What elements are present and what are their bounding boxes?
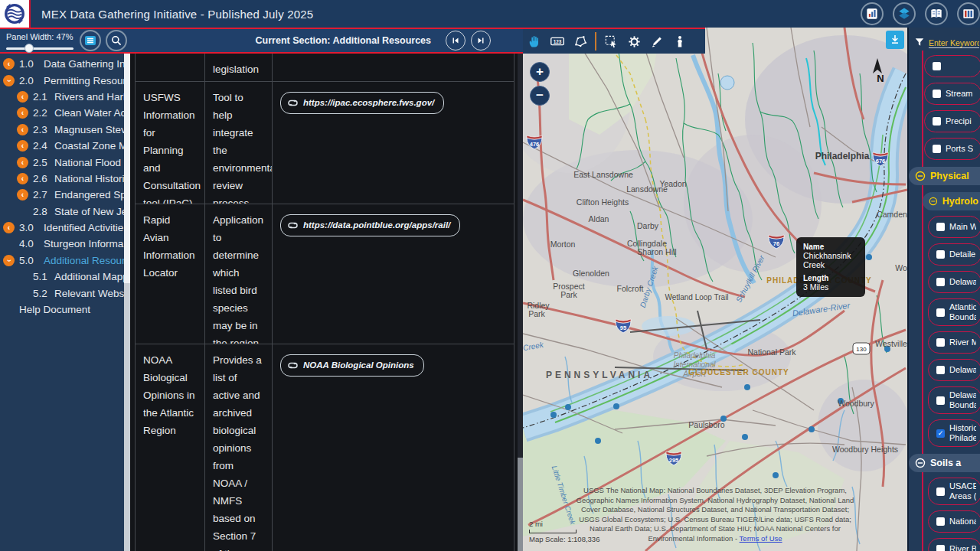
- toc-item-5.0[interactable]: ‹5.0Additional Resour: [0, 253, 124, 269]
- street-view-person-icon[interactable]: [668, 31, 691, 52]
- select-icon[interactable]: [599, 31, 622, 52]
- checkbox[interactable]: [936, 250, 945, 259]
- area-polygon-icon[interactable]: [569, 31, 592, 52]
- chevron-left-icon[interactable]: ‹: [17, 140, 28, 152]
- sidebar-scrollbar[interactable]: [124, 54, 130, 551]
- filter-section-soils-a[interactable]: Soils a: [909, 454, 980, 472]
- filter-item-usace[interactable]: USACEAreas (: [928, 478, 980, 505]
- draw-pencil-icon[interactable]: [645, 31, 668, 52]
- checkbox[interactable]: [933, 117, 941, 126]
- description-text: Provides a list of active and archived b…: [213, 354, 262, 551]
- map-canvas[interactable]: 4766767695295130 PhiladelphiaEast Lansdo…: [523, 28, 907, 551]
- chevron-down-icon[interactable]: ‹: [3, 255, 15, 266]
- resource-link[interactable]: https://ipac.ecosphere.fws.gov/: [280, 92, 444, 114]
- resource-name-cell: Rapid Avian Information Locator: [136, 204, 204, 344]
- checkbox[interactable]: [933, 62, 941, 70]
- toc-item-2.8[interactable]: 2.8State of New Jers: [0, 204, 124, 220]
- prev-section-button[interactable]: [446, 31, 466, 51]
- checkbox[interactable]: [936, 308, 945, 317]
- checkbox-checked[interactable]: ✓: [936, 429, 945, 438]
- checkbox[interactable]: [936, 338, 945, 347]
- filter-item-delawa[interactable]: Delawa: [928, 359, 980, 381]
- svg-text:476: 476: [530, 141, 540, 148]
- prev-icon: [450, 35, 461, 46]
- chevron-left-icon[interactable]: ‹: [17, 91, 28, 103]
- checkbox[interactable]: [936, 366, 945, 374]
- toc-item-4.0[interactable]: 4.0Sturgeon Informa: [0, 236, 124, 252]
- filter-item-delawa[interactable]: Delawa: [928, 271, 980, 293]
- table-row: USFWS Information for Planning and Consu…: [136, 82, 514, 204]
- toc-item-1.0[interactable]: ‹1.0Data Gathering Ini: [0, 56, 124, 72]
- toc-item-5.1[interactable]: 5.1Additional Mappin: [0, 269, 124, 285]
- map-download-button[interactable]: [886, 31, 904, 49]
- chevron-left-icon[interactable]: ‹: [17, 107, 28, 119]
- toc-item-2.5[interactable]: ‹2.5National Flood: [0, 154, 124, 170]
- filter-item-river-m[interactable]: River M: [928, 331, 980, 354]
- pan-hand-icon[interactable]: [523, 31, 546, 52]
- filter-item-precipi[interactable]: Precipi: [924, 110, 980, 132]
- filter-item-historic[interactable]: ✓HistoricPhilade: [928, 419, 980, 447]
- toc-item-help-document[interactable]: Help Document: [0, 302, 124, 318]
- document-scroll-thumb[interactable]: [518, 458, 523, 551]
- toc-item-number: 4.0: [19, 238, 44, 249]
- toc-item-label: Relevant Website: [54, 288, 124, 299]
- toc-item-2.0[interactable]: ‹2.0Permitting Resour: [0, 72, 124, 88]
- filter-section-physical[interactable]: Physical: [909, 167, 980, 185]
- checkbox[interactable]: [933, 90, 941, 98]
- book-icon[interactable]: [925, 2, 948, 25]
- toc-item-2.7[interactable]: ‹2.7Endangered Spe: [0, 187, 124, 203]
- settings-gear-icon[interactable]: [622, 31, 645, 52]
- checkbox[interactable]: [936, 517, 945, 526]
- toc-item-2.3[interactable]: ‹2.3Magnusen Stev: [0, 122, 124, 138]
- filter-item-ports-s[interactable]: Ports S: [924, 138, 980, 160]
- table-row: NOAA Biological Opinions in the Atlantic…: [136, 344, 514, 551]
- measure-icon[interactable]: 123: [546, 31, 569, 52]
- toc-item-3.0[interactable]: ‹3.0Identified Activitie: [0, 220, 124, 236]
- zoom-out-button[interactable]: −: [530, 86, 550, 106]
- chevron-left-icon[interactable]: ‹: [17, 124, 28, 135]
- toc-item-2.2[interactable]: ‹2.2Clean Water Ac: [0, 105, 124, 121]
- chevron-left-icon[interactable]: ‹: [17, 189, 28, 201]
- filter-item-main-w[interactable]: Main W: [928, 216, 980, 238]
- chevron-left-icon[interactable]: ‹: [3, 222, 15, 233]
- resource-link[interactable]: NOAA Biological Opinions: [280, 354, 424, 377]
- chevron-left-icon[interactable]: ‹: [17, 157, 28, 168]
- filter-item-detaile[interactable]: Detaile: [928, 243, 980, 266]
- chevron-left-icon[interactable]: ‹: [17, 173, 28, 184]
- data-columns-icon[interactable]: [957, 2, 980, 25]
- toc-item-5.2[interactable]: 5.2Relevant Website: [0, 285, 124, 301]
- checkbox[interactable]: [936, 223, 945, 231]
- chevron-left-icon[interactable]: ‹: [3, 58, 15, 70]
- checkbox[interactable]: [936, 545, 945, 551]
- panel-width-slider[interactable]: [6, 47, 74, 50]
- toc-item-2.6[interactable]: ‹2.6National Histori: [0, 171, 124, 187]
- checkbox[interactable]: [936, 396, 945, 405]
- filter-item-atlantic[interactable]: AtlanticBounda: [928, 298, 980, 326]
- chart-icon[interactable]: [861, 2, 884, 25]
- filter-item-stream[interactable]: Stream: [924, 83, 980, 105]
- slider-thumb[interactable]: [24, 44, 34, 53]
- document-scrollbar[interactable]: [518, 54, 523, 551]
- checkbox[interactable]: [936, 278, 945, 286]
- filter-item-delawa[interactable]: DelawaBounda: [928, 386, 980, 414]
- checkbox[interactable]: [936, 487, 945, 496]
- toc-item-2.4[interactable]: ‹2.4Coastal Zone M: [0, 138, 124, 154]
- layers-icon[interactable]: [893, 2, 916, 25]
- zoom-in-button[interactable]: +: [530, 62, 550, 82]
- resource-link[interactable]: https://data.pointblue.org/apps/rail/: [280, 214, 460, 236]
- filter-item-label: River B: [949, 544, 976, 551]
- checkbox[interactable]: [933, 145, 941, 153]
- next-section-button[interactable]: [471, 31, 491, 51]
- filter-item-river-b[interactable]: River B: [928, 538, 980, 551]
- filter-item-nationa[interactable]: Nationa: [928, 510, 980, 533]
- filter-section-hydrolo[interactable]: Hydrolo: [923, 192, 980, 210]
- toc-list-button[interactable]: [80, 30, 101, 51]
- keyword-search-input[interactable]: [929, 38, 979, 48]
- search-button[interactable]: [106, 30, 127, 51]
- chevron-down-icon[interactable]: ‹: [3, 75, 15, 86]
- toc-item-2.1[interactable]: ‹2.1Rivers and Harb: [0, 89, 124, 105]
- north-arrow[interactable]: N: [866, 57, 889, 84]
- terms-of-use-link[interactable]: Terms of Use: [740, 534, 782, 543]
- filter-item-partial[interactable]: [924, 55, 980, 77]
- sidebar-scroll-thumb[interactable]: [124, 54, 130, 283]
